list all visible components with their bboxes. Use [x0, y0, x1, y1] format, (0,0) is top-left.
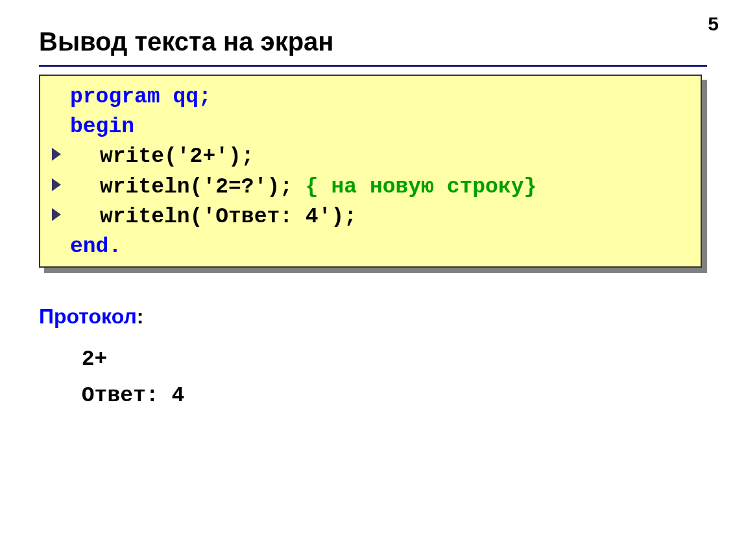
bullet-icon	[52, 208, 61, 221]
bullet-icon	[52, 178, 61, 191]
bullet-icon	[52, 148, 61, 161]
page-number: 5	[708, 13, 719, 35]
code-box: program qq; begin write('2+'); writeln('…	[39, 75, 702, 268]
code-line-5: writeln('Ответ: 4');	[52, 202, 689, 232]
slide-title: Вывод текста на экран	[39, 27, 334, 56]
code-line-6: end.	[52, 232, 689, 262]
protocol-output-line2: Ответ: 4	[69, 384, 184, 408]
code-line-4: writeln('2=?'); { на новую строку}	[52, 172, 689, 202]
protocol-output: 2+ Ответ: 4	[69, 342, 184, 414]
code-text-5: writeln('Ответ: 4');	[100, 205, 357, 229]
code-comment-4: { на новую строку}	[306, 175, 536, 199]
code-text-4: writeln('2=?');	[100, 175, 306, 199]
protocol-label: Протокол	[39, 305, 137, 328]
protocol-output-line1: 2+	[69, 347, 107, 371]
code-kw-program: program qq;	[70, 85, 211, 109]
code-line-3: write('2+');	[52, 142, 689, 172]
code-line-1: program qq;	[52, 82, 689, 112]
protocol-block: Протокол: 2+ Ответ: 4	[39, 305, 184, 414]
code-text-3: write('2+');	[100, 145, 254, 169]
code-line-2: begin	[52, 112, 689, 142]
code-kw-end: end.	[70, 235, 121, 259]
protocol-colon: :	[137, 305, 144, 328]
title-underline	[39, 65, 707, 67]
code-kw-begin: begin	[70, 115, 134, 139]
